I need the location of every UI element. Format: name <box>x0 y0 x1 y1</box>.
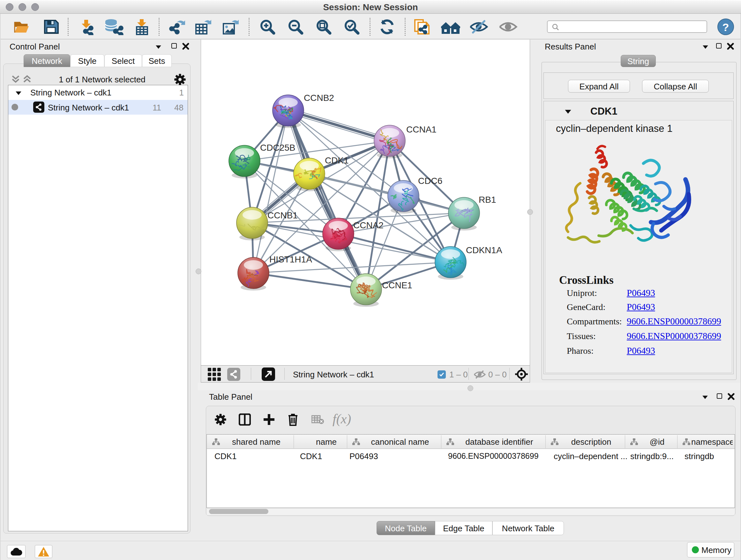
svg-text:CDC6: CDC6 <box>418 176 442 186</box>
svg-text:CDKN1A: CDKN1A <box>466 245 502 255</box>
svg-text:CCNE1: CCNE1 <box>382 280 412 290</box>
svg-text:CDC25B: CDC25B <box>260 143 295 152</box>
svg-text:CCNB1: CCNB1 <box>267 210 298 220</box>
svg-text:CCNA1: CCNA1 <box>406 125 436 134</box>
svg-text:CCNB2: CCNB2 <box>304 93 334 103</box>
svg-text:CCNA2: CCNA2 <box>353 220 384 230</box>
svg-text:RB1: RB1 <box>479 195 496 205</box>
svg-text:CDK1: CDK1 <box>325 155 349 165</box>
svg-text:HIST1H1A: HIST1H1A <box>269 254 312 264</box>
